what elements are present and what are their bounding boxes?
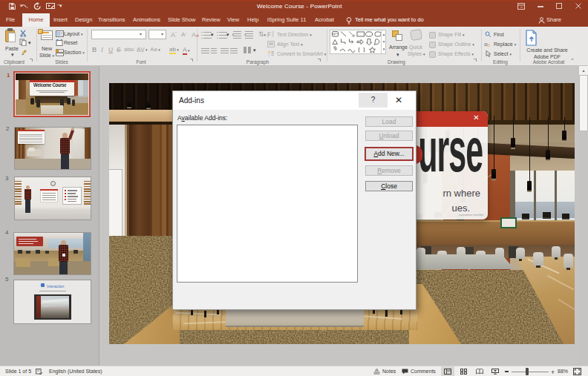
svg-text:b: b [487,42,490,47]
